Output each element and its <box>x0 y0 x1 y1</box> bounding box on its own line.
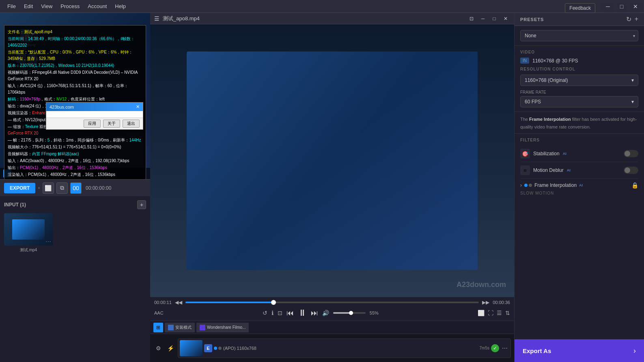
thumbnail-more-icon[interactable]: ⋯ <box>45 238 51 245</box>
timeline-settings-icon[interactable]: ⚙ <box>153 343 163 353</box>
video-content: A23down.com <box>150 24 514 297</box>
stabilization-left: 🎯 Stabilization AI <box>520 149 566 159</box>
dialog-exit-button[interactable]: 退出 <box>123 120 140 128</box>
next-button[interactable]: ⏭ <box>311 309 318 317</box>
toolbar-split-button[interactable]: ⧉ <box>56 182 68 194</box>
seek-forward-button[interactable]: ▶▶ <box>482 300 489 305</box>
crop-button[interactable]: ⊡ <box>278 310 282 316</box>
menu-help[interactable]: Help <box>111 2 130 11</box>
volume-bar[interactable] <box>333 312 366 314</box>
add-media-button[interactable]: + <box>137 200 146 209</box>
motion-deblur-toggle-knob <box>625 167 630 173</box>
menu-view[interactable]: View <box>37 2 56 11</box>
timeline-area: ⚙ ⚡ E (APO) 1160x768 7m5s ✓ ⋯ <box>150 334 514 362</box>
resolution-select-wrapper: 1160×768 (Original) ▾ <box>520 75 638 86</box>
info-time: 当前时间：14:38:49，时间轴：00:00:24/00:00:36（66.6… <box>8 36 142 49</box>
track-more-button[interactable]: ⋯ <box>501 344 509 352</box>
thumbnail-image: ⋯ <box>4 213 53 246</box>
toolbar-dot-1: • <box>38 184 40 192</box>
motion-deblur-ai-badge: AI <box>567 168 571 172</box>
potplayer-close-button[interactable]: ✕ <box>501 14 510 23</box>
seek-back-button[interactable]: ◀◀ <box>175 300 182 305</box>
seek-bar[interactable] <box>185 302 479 303</box>
feedback-button[interactable]: Feedback <box>565 3 595 13</box>
filters-section: FILTERS 🎯 Stabilization AI ≡ Motion Debl… <box>515 134 644 339</box>
playlist-button[interactable]: ☰ <box>497 310 502 316</box>
motion-deblur-toggle[interactable] <box>624 167 638 174</box>
seek-thumb[interactable] <box>271 300 276 305</box>
menu-file[interactable]: File <box>3 2 20 11</box>
taskbar-install-label: 安装模式 <box>175 325 192 330</box>
menu-process[interactable]: Process <box>56 2 84 11</box>
left-panel: 🖥 Something 💾 💾 Something... Something..… <box>0 13 150 362</box>
right-panel-header: PRESETS ↻ + <box>515 13 644 26</box>
potplayer-title: 测试_apo8.mp4 <box>163 15 467 22</box>
resolution-value: 1160×768 (Original) <box>525 77 568 83</box>
potplayer-window: ☰ 测试_apo8.mp4 ⊡ ─ □ ✕ A23down.com <box>150 13 514 321</box>
taskbar-filmora-button[interactable]: Wondershare Filmo... <box>196 323 249 332</box>
motion-deblur-left: ≡ Motion Deblur AI <box>520 165 571 175</box>
track-dot-gray <box>218 347 222 350</box>
screen-button[interactable]: ⬜ <box>478 310 485 316</box>
timeline-adjust-icon[interactable]: ⚡ <box>166 343 175 353</box>
potplayer-minimize-button[interactable]: ─ <box>478 14 487 23</box>
stabilization-toggle[interactable] <box>624 150 638 157</box>
toolbar-clip-button[interactable]: ⬜ <box>43 182 54 194</box>
interpolation-notice: The Frame Interpolation filter has been … <box>515 112 644 134</box>
potplayer-header: ☰ 测试_apo8.mp4 ⊡ ─ □ ✕ <box>150 13 514 24</box>
menu-edit[interactable]: Edit <box>20 2 37 11</box>
filters-section-label: FILTERS <box>520 138 638 142</box>
info-adecoder: 音频解码器：内置 FFmpeg 解码器(aac) <box>8 151 142 157</box>
export-bottom-button[interactable]: Export As › <box>515 339 644 362</box>
app-maximize-button[interactable]: □ <box>616 2 627 11</box>
taskbar-filmora-icon <box>200 325 205 330</box>
info-button[interactable]: ℹ <box>271 310 274 316</box>
app-minimize-button[interactable]: ─ <box>603 2 613 11</box>
add-preset-icon[interactable]: + <box>635 15 638 23</box>
volume-thumb[interactable] <box>349 311 353 315</box>
pause-button[interactable]: ⏸ <box>298 308 307 318</box>
timeline-track: E (APO) 1160x768 7m5s ✓ ⋯ <box>178 338 511 358</box>
resolution-chevron-icon: ▾ <box>631 77 634 83</box>
potplayer-maximize-button[interactable]: □ <box>490 14 499 23</box>
dialog-footer: 应用 关于 退出 <box>46 118 143 129</box>
potplayer-hamburger-icon[interactable]: ☰ <box>154 15 159 22</box>
info-renderinput: 渲染输入：PCM(0x1)，48000Hz，2声道，16位，1536kbps <box>8 171 142 178</box>
dialog-about-button[interactable]: 关于 <box>103 120 120 128</box>
thumbnail-inner <box>12 219 45 240</box>
frame-rate-select[interactable]: 60 FPS ▾ <box>520 96 638 107</box>
more-ctrl-button[interactable]: ⇅ <box>505 310 510 316</box>
windows-start-button[interactable]: ⊞ <box>153 323 163 332</box>
menu-account[interactable]: Account <box>84 2 111 11</box>
frame-interp-chevron-icon[interactable]: › <box>520 182 522 188</box>
loop-button[interactable]: ↺ <box>263 310 267 316</box>
preset-select[interactable]: None <box>520 30 638 41</box>
taskbar-install-button[interactable]: 安装模式 <box>165 323 195 332</box>
dialog-apply-button[interactable]: 应用 <box>84 120 101 128</box>
fullscreen-button[interactable]: ⛶ <box>488 310 493 316</box>
dot-blue-1 <box>524 184 528 187</box>
resolution-select[interactable]: 1160×768 (Original) ▾ <box>520 75 638 86</box>
presets-label: PRESETS <box>520 17 544 22</box>
dialog-title-bar: 423bus.com ✕ <box>46 103 143 111</box>
info-config: 当前配置：*默认配置，CPU：0/3%，GPU：6%，VPE：6%，时钟：345… <box>8 49 142 62</box>
volume-icon[interactable]: 🔊 <box>322 310 329 316</box>
track-label-e: E <box>204 344 212 352</box>
toolbar-time-button[interactable]: 00 <box>70 182 82 194</box>
frame-rate-chevron-icon: ▾ <box>631 99 634 105</box>
input-header: INPUT (1) + <box>4 200 146 209</box>
prev-button[interactable]: ⏮ <box>286 309 294 317</box>
export-button[interactable]: EXPORT <box>4 183 35 193</box>
potplayer-pin-button[interactable]: ⊡ <box>467 14 476 23</box>
frame-interp-ai-badge: AI <box>579 183 583 187</box>
dialog-close-icon[interactable]: ✕ <box>136 104 140 109</box>
info-arenderer: 音频渲染器：DirectSound Audio Renderer <box>8 178 142 179</box>
stabilization-icon: 🎯 <box>520 149 530 159</box>
menu-bar: File Edit View Process Account Help <box>0 0 644 13</box>
in-badge: IN <box>520 58 529 64</box>
app-close-button[interactable]: ✕ <box>630 2 641 11</box>
resolution-control-label: RESOLUTION CONTROL <box>520 67 638 71</box>
dialog-content <box>46 111 143 118</box>
track-check-button[interactable]: ✓ <box>491 344 499 352</box>
refresh-presets-icon[interactable]: ↻ <box>626 15 631 23</box>
